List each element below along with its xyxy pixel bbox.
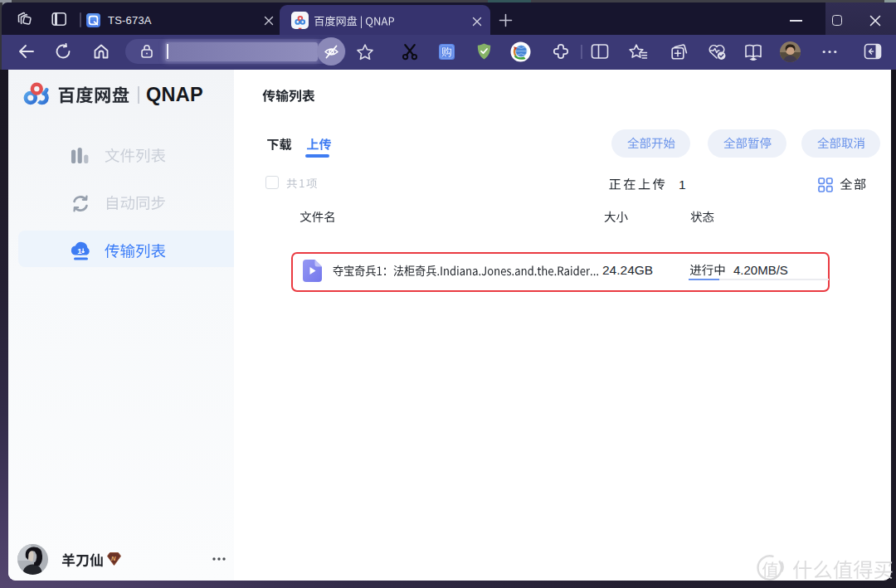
- svg-text:N: N: [111, 555, 116, 562]
- svg-text:1: 1: [77, 246, 82, 255]
